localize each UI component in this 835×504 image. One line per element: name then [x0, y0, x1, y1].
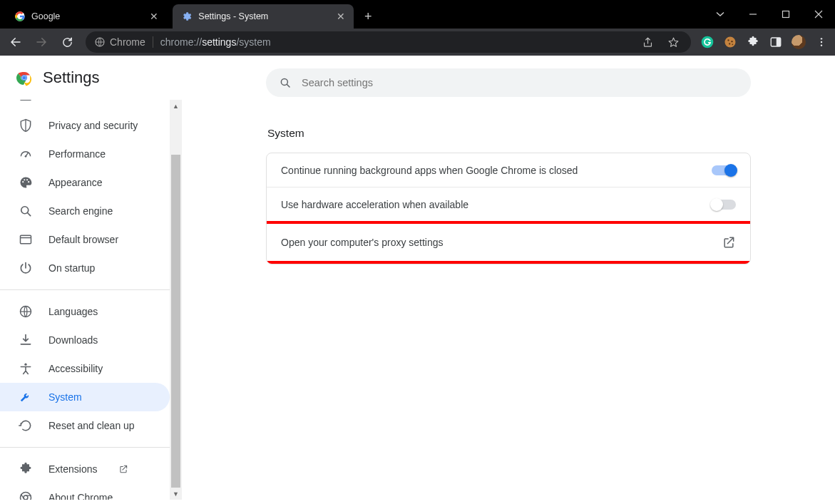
- extension-cookie-icon[interactable]: [721, 33, 739, 51]
- toggle-background-apps[interactable]: [712, 165, 736, 175]
- svg-rect-26: [21, 235, 31, 244]
- svg-point-20: [25, 155, 27, 158]
- sidebar-item-performance[interactable]: Performance: [0, 140, 170, 168]
- search-icon: [279, 76, 292, 89]
- svg-point-18: [22, 76, 26, 79]
- scroll-down-arrow[interactable]: ▼: [170, 488, 182, 500]
- setting-row-hardware-accel: Use hardware acceleration when available: [267, 187, 750, 222]
- scroll-up-arrow[interactable]: ▲: [170, 100, 182, 112]
- search-icon: [19, 204, 33, 218]
- svg-point-5: [725, 37, 736, 48]
- close-icon[interactable]: ✕: [150, 11, 158, 22]
- site-info-label: Chrome: [110, 36, 145, 48]
- svg-point-24: [28, 181, 29, 182]
- nav-reload-button[interactable]: [56, 31, 78, 53]
- puzzle-icon: [19, 462, 33, 476]
- sidebar-item-downloads[interactable]: Downloads: [0, 326, 170, 354]
- open-external-icon: [118, 464, 128, 474]
- sidebar-item-about[interactable]: About Chrome: [0, 483, 170, 500]
- chrome-outline-icon: [19, 490, 33, 500]
- wrench-icon: [19, 390, 33, 404]
- restore-icon: [19, 418, 33, 433]
- svg-point-12: [821, 38, 822, 39]
- system-section: System Continue running background apps …: [266, 127, 751, 264]
- google-favicon: [14, 11, 26, 22]
- sidebar-item-search-engine[interactable]: Search engine: [0, 197, 170, 225]
- extension-grammarly-icon[interactable]: [698, 33, 717, 51]
- browser-tab-google[interactable]: Google ✕: [6, 4, 167, 29]
- window-maximize-button[interactable]: [769, 0, 802, 29]
- setting-row-background-apps: Continue running background apps when Go…: [267, 153, 750, 187]
- window-minimize-button[interactable]: [737, 0, 769, 29]
- settings-search[interactable]: [266, 68, 751, 97]
- gear-favicon: [181, 11, 193, 22]
- scroll-thumb[interactable]: [171, 155, 180, 500]
- sidepanel-icon[interactable]: [767, 33, 785, 51]
- extensions-puzzle-icon[interactable]: [744, 33, 762, 51]
- sidebar-item-label: Privacy and security: [48, 120, 138, 131]
- site-info-button[interactable]: Chrome: [94, 36, 145, 48]
- sidebar-item-on-startup[interactable]: On startup: [0, 254, 170, 282]
- window-close-button[interactable]: [802, 0, 835, 29]
- share-icon[interactable]: [638, 33, 657, 51]
- section-heading: System: [267, 127, 751, 140]
- svg-point-14: [821, 44, 822, 46]
- setting-row-proxy[interactable]: Open your computer's proxy settings: [267, 224, 750, 261]
- browser-toolbar: Chrome chrome://settings/system: [0, 29, 835, 56]
- annotation-highlight: Open your computer's proxy settings: [266, 221, 751, 264]
- settings-card: Continue running background apps when Go…: [266, 153, 751, 264]
- browser-window-icon: [19, 232, 33, 247]
- page-title: Settings: [43, 68, 100, 87]
- svg-point-22: [24, 179, 25, 180]
- sidebar-item-label: Default browser: [48, 234, 118, 245]
- sidebar-item-system[interactable]: System: [0, 383, 170, 411]
- browser-tab-settings[interactable]: Settings - System ✕: [173, 4, 354, 29]
- nav-back-button[interactable]: [4, 31, 27, 53]
- shield-icon: [19, 118, 33, 133]
- sidebar-item-label: Performance: [48, 148, 106, 160]
- new-tab-button[interactable]: +: [358, 6, 378, 26]
- settings-search-input[interactable]: [302, 77, 738, 88]
- svg-rect-2: [783, 11, 789, 18]
- sidebar-scrollbar[interactable]: ▲ ▼: [170, 100, 182, 500]
- open-external-icon: [722, 235, 736, 250]
- palette-icon: [19, 175, 33, 190]
- sidebar-item-label: Extensions: [48, 463, 97, 475]
- svg-point-4: [702, 36, 714, 48]
- divider: [0, 447, 170, 448]
- sidebar-item-reset[interactable]: Reset and clean up: [0, 411, 170, 440]
- sidebar-item-partial[interactable]: [0, 100, 170, 111]
- page-content: Settings ▲ ▼ Privacy and security Perfor…: [0, 56, 835, 504]
- window-controls: [704, 0, 835, 29]
- svg-point-8: [729, 43, 730, 44]
- app-header: Settings: [0, 56, 182, 100]
- sidebar-item-languages[interactable]: Languages: [0, 297, 170, 326]
- profile-avatar[interactable]: [789, 33, 808, 51]
- svg-point-6: [727, 39, 729, 41]
- svg-point-9: [732, 43, 733, 45]
- window-titlebar: Google ✕ Settings - System ✕ +: [0, 0, 835, 29]
- chevron-down-icon[interactable]: [704, 0, 737, 29]
- sidebar-item-privacy[interactable]: Privacy and security: [0, 111, 170, 140]
- svg-rect-19: [20, 100, 31, 101]
- sidebar-item-appearance[interactable]: Appearance: [0, 168, 170, 197]
- sidebar-item-label: On startup: [48, 262, 95, 274]
- address-bar[interactable]: Chrome chrome://settings/system: [86, 31, 691, 53]
- browser-menu-button[interactable]: [812, 33, 831, 51]
- svg-point-21: [22, 181, 24, 182]
- sidebar-item-label: Accessibility: [48, 363, 103, 374]
- sidebar-item-extensions[interactable]: Extensions: [0, 455, 170, 483]
- main-panel: System Continue running background apps …: [182, 56, 835, 504]
- tab-title: Settings - System: [198, 11, 268, 21]
- bookmark-star-icon[interactable]: [664, 33, 682, 51]
- toggle-hardware-accel[interactable]: [712, 200, 736, 210]
- divider: [0, 289, 170, 290]
- sidebar-item-accessibility[interactable]: Accessibility: [0, 354, 170, 383]
- sidebar-item-label: Languages: [48, 306, 98, 317]
- setting-label: Continue running background apps when Go…: [281, 165, 578, 176]
- url-text: chrome://settings/system: [160, 36, 271, 48]
- close-icon[interactable]: ✕: [337, 11, 345, 22]
- chrome-logo-icon: [16, 69, 33, 86]
- nav-forward-button[interactable]: [30, 31, 53, 53]
- sidebar-item-default-browser[interactable]: Default browser: [0, 225, 170, 254]
